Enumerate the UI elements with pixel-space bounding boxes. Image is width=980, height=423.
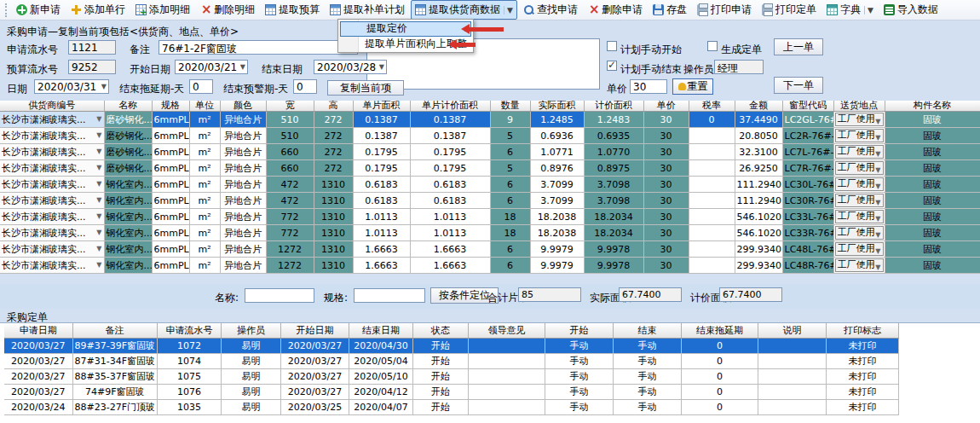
cell[interactable]: 30 [643, 144, 689, 160]
cell[interactable]: 开始 [413, 399, 469, 414]
cell[interactable]: 开始 [413, 338, 469, 353]
cell[interactable]: 易明 [222, 384, 281, 399]
cell[interactable]: 5 [490, 128, 530, 144]
cell[interactable]: 546.1020 [735, 225, 782, 241]
cell[interactable]: 1.6663 [353, 258, 410, 274]
cell[interactable]: 工厂使用▼ [833, 144, 885, 160]
cell[interactable]: 1.2483 [584, 112, 643, 128]
cell[interactable]: 0 [682, 368, 758, 384]
cell[interactable] [758, 353, 827, 368]
cell[interactable] [689, 193, 735, 209]
cell[interactable]: m² [189, 128, 220, 144]
cell[interactable]: 固玻 [885, 258, 980, 274]
column-header[interactable]: 构件名称 [885, 101, 980, 112]
cell[interactable]: 18.2034 [584, 225, 643, 241]
delivery-location-dropdown[interactable]: 工厂使用▼ [835, 226, 884, 240]
chevron-down-icon[interactable]: ▼ [96, 245, 101, 252]
cell[interactable]: 0.6183 [410, 177, 490, 193]
cell[interactable]: 5 [490, 160, 530, 177]
column-header[interactable]: 结束日期 [349, 323, 413, 338]
cell[interactable]: 30 [643, 241, 689, 258]
cell[interactable]: 工厂使用▼ [833, 112, 885, 128]
cell[interactable]: 0.1795 [410, 144, 490, 160]
cell[interactable]: 2020/05/10 [349, 368, 413, 384]
cell[interactable]: 0.6183 [353, 193, 410, 209]
end-warn-field[interactable]: 0 [293, 79, 317, 94]
cell[interactable]: 1310 [314, 193, 353, 209]
cell[interactable]: 易明 [222, 368, 281, 384]
cell[interactable]: 手动 [614, 368, 682, 384]
cell[interactable]: 472 [266, 193, 314, 209]
column-header[interactable]: 高 [314, 101, 353, 112]
chevron-down-icon[interactable]: ▼ [504, 6, 513, 14]
cell[interactable]: 89#37-39F窗固玻 [72, 338, 158, 353]
toolbar-button-print-order[interactable]: 打印定单 [758, 0, 821, 20]
chevron-down-icon[interactable]: ▼ [875, 165, 880, 177]
delivery-location-dropdown[interactable]: 工厂使用▼ [835, 194, 884, 207]
generate-order-checkbox[interactable] [707, 41, 718, 51]
cell[interactable]: 固玻 [885, 144, 980, 160]
cell[interactable]: 772 [266, 209, 314, 225]
cell[interactable]: 钢化室内... [104, 258, 152, 274]
toolbar-button-delete-request[interactable]: 删除申请 [584, 0, 647, 20]
table-row[interactable]: 长沙市潇湘玻璃实...▼钢化室内...6mmPLE...m²异地合片472131… [0, 193, 980, 209]
cell[interactable]: 18.2038 [530, 225, 584, 241]
cell[interactable]: m² [189, 258, 220, 274]
cell[interactable]: 6mmPLE... [152, 209, 189, 225]
cell[interactable]: 9.9979 [530, 258, 584, 274]
cell[interactable]: 272 [314, 144, 353, 160]
table-row[interactable]: 2020/03/2488#23-27F门顶玻1035易明2020/03/2520… [4, 399, 899, 414]
cell[interactable]: 9.9978 [584, 258, 643, 274]
cell[interactable]: LC7R-76#-1FO [782, 160, 833, 177]
reset-button[interactable]: 重置 [672, 78, 713, 95]
table-row[interactable]: 长沙市潇湘玻璃实...▼钢化室内...6mmPLE...m²异地合片127213… [0, 258, 980, 274]
chevron-down-icon[interactable]: ▼ [96, 115, 101, 123]
cell[interactable]: 1076 [158, 384, 222, 399]
cell[interactable]: 1072 [158, 338, 222, 353]
budget-no-field[interactable]: 9252 [68, 60, 116, 74]
chevron-down-icon[interactable]: ▼ [875, 116, 880, 128]
toolbar-button-add-detail[interactable]: 添加明细 [131, 0, 194, 20]
cell[interactable]: 272 [314, 128, 353, 144]
table-row[interactable]: 长沙市潇湘玻璃实...▼钢化室内...6mmPLE...m²异地合片772131… [0, 209, 980, 225]
cell[interactable]: 磨砂钢化... [104, 160, 152, 177]
table-row[interactable]: 长沙市潇湘玻璃实...▼磨砂钢化...6mmPLE...m²异地合片510272… [0, 128, 980, 144]
cell[interactable]: LC33L-76#... [782, 209, 833, 225]
cell[interactable]: 6 [490, 177, 530, 193]
toolbar-button-extract-budget[interactable]: 提取预算 [261, 0, 324, 20]
cell[interactable]: 87#31-34F窗固玻 [72, 353, 158, 368]
cell[interactable]: 0.6183 [410, 193, 490, 209]
chevron-down-icon[interactable]: ▼ [875, 213, 880, 225]
cell[interactable]: 6mmPLE... [152, 193, 189, 209]
cell[interactable]: 0.6936 [530, 128, 584, 144]
column-header[interactable]: 申请流水号 [158, 323, 222, 338]
cell[interactable]: 2020/04/12 [349, 384, 413, 399]
cell[interactable]: 2020/03/27 [281, 338, 349, 353]
cell[interactable]: 0.1387 [410, 112, 490, 128]
column-header[interactable]: 状态 [413, 323, 469, 338]
cell[interactable] [758, 368, 827, 384]
table-row[interactable]: 2020/03/2788#35-37F窗固玻1075易明2020/03/2720… [4, 368, 899, 384]
menu-item-1[interactable]: 提取定价 [340, 21, 471, 37]
cell[interactable]: 异地合片 [220, 128, 266, 144]
cell[interactable]: 18.2034 [584, 209, 643, 225]
cell[interactable]: LC30R-76#... [782, 193, 833, 209]
cell[interactable]: 74#9F窗固玻 [72, 384, 158, 399]
cell[interactable]: 易明 [222, 353, 281, 368]
chevron-down-icon[interactable]: ▼ [875, 148, 880, 160]
cell[interactable]: 1.0771 [530, 144, 584, 160]
toolbar-button-add-row[interactable]: 添加单行 [66, 0, 130, 20]
chevron-down-icon[interactable]: ▼ [96, 180, 101, 188]
cell[interactable]: 未打印 [827, 353, 899, 368]
cell[interactable] [689, 128, 735, 144]
cell[interactable] [469, 338, 545, 353]
cell[interactable]: 长沙市潇湘玻璃实...▼ [0, 225, 104, 241]
toolbar-button-extract-supplement-plan[interactable]: 提取补单计划 [326, 0, 409, 20]
column-header[interactable]: 开始 [545, 323, 614, 338]
cell[interactable]: m² [189, 177, 220, 193]
cell[interactable]: 0.1387 [353, 128, 410, 144]
cell[interactable]: 9.9979 [530, 241, 584, 258]
column-header[interactable]: 打印标志 [827, 323, 899, 338]
table-row[interactable]: 长沙市潇湘玻璃实...▼钢化室内...6mmPLE...m²异地合片127213… [0, 241, 980, 258]
cell[interactable]: 1.0770 [584, 144, 643, 160]
